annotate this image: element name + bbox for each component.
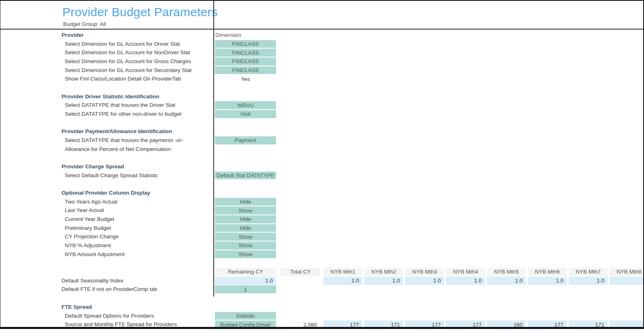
seasonality-mth6-cell[interactable]: 1.0 (528, 277, 567, 285)
param-label: CY Projection Change (65, 232, 119, 241)
fte-mth1-cell[interactable]: 177 (323, 320, 362, 329)
fte-mth2-cell[interactable]: 171 (364, 320, 403, 329)
param-row-fte-source: Source and Monthly FTE Spread for Provid… (0, 320, 643, 329)
param-label: Two Years Ago Actual (65, 197, 117, 206)
column-header-nyb-mth1: NYB Mth1 (323, 268, 362, 276)
column-header-nyb-mth8: NYB Mth8 (610, 268, 644, 276)
param-label: Default Seasonality Index (62, 276, 123, 285)
gross-charges-dimension-cell[interactable]: FINCLASS (215, 57, 276, 66)
header-divider-line (0, 29, 643, 30)
driver-stat-datatype-cell[interactable]: WRVU (215, 101, 276, 109)
param-label: Last Year Actual (65, 206, 104, 215)
preliminary-budget-cell[interactable]: Hide (215, 224, 276, 232)
spacer-row (0, 83, 643, 92)
fte-mth8-cell[interactable] (610, 320, 644, 329)
param-row-current-year-budget: Current Year Budget Hide (0, 215, 643, 224)
param-row-nondriver-stat-dimension: Select Dimension for GL Account for NonD… (0, 48, 643, 57)
last-year-actual-cell[interactable]: Show (215, 206, 276, 214)
section-header-row-fte-spread: FTE Spread (0, 303, 643, 312)
nondriver-datatype-cell[interactable]: Visit (215, 110, 276, 118)
fte-source-cell[interactable]: Budget Config Driver (215, 320, 276, 329)
column-header-remaining-cy: Remaining CY (215, 268, 276, 276)
spacer-row (0, 119, 643, 127)
param-label: Default Spread Options for Providers (65, 312, 154, 320)
default-fte-cell[interactable]: 1 (215, 285, 276, 293)
param-row-nondriver-datatype: Select DATATYPE for other non-driver to … (0, 110, 643, 119)
show-finl-class-detail-cell[interactable]: Yes (215, 75, 276, 83)
column-header-nyb-mth2: NYB Mth2 (364, 268, 403, 276)
section-header-driver-stat: Provider Driver Statistic Identification (62, 92, 159, 101)
parameter-rows: Provider Dimension Select Dimension for … (0, 31, 643, 329)
param-label: Allowance for Percent of Net Compensatio… (65, 145, 171, 154)
param-label: Default FTE if not on ProviderComp tab (62, 285, 157, 294)
fte-mth7-cell[interactable]: 171 (569, 320, 608, 329)
current-year-budget-cell[interactable]: Hide (215, 215, 276, 223)
secondary-stat-dimension-cell[interactable]: FINCLASS (215, 66, 276, 74)
column-header-nyb-mth4: NYB Mth4 (446, 268, 485, 276)
param-row-charge-spread-statistic: Select Default Charge Spread Statistic D… (0, 171, 643, 180)
param-label: Preliminary Budget (65, 224, 111, 233)
spacer-row (0, 294, 643, 303)
param-row-show-finl-class-detail: Show Finl Class/Location Detail On Provi… (0, 74, 643, 83)
section-header-row-driver-stat: Provider Driver Statistic Identification (0, 92, 643, 101)
section-header-payment: Provider Payment/Allowance Identificatio… (62, 127, 172, 136)
param-label: NYB Amount Adjustment (65, 250, 125, 259)
seasonality-mth8-cell[interactable] (610, 277, 644, 285)
driver-stat-dimension-cell[interactable]: FINCLASS (215, 40, 276, 48)
param-row-spread-options: Default Spread Options for Providers Sta… (0, 312, 643, 320)
section-header-charge-spread: Provider Charge Spread (62, 162, 124, 171)
fte-total-cy-cell: 2,080 (281, 320, 320, 329)
seasonality-mth7-cell[interactable]: 1.0 (569, 277, 608, 285)
param-row-default-fte: Default FTE if not on ProviderComp tab 1 (0, 285, 643, 294)
column-header-nyb-mth6: NYB Mth6 (528, 268, 567, 276)
fte-mth3-cell[interactable]: 177 (405, 320, 444, 329)
param-label: NYB % Adjustment (65, 241, 111, 250)
param-label: Select Dimension for GL Account for NonD… (65, 48, 190, 57)
spacer-row (0, 180, 643, 189)
param-label: Source and Monthly FTE Spread for Provid… (65, 320, 177, 329)
section-header-row-charge-spread: Provider Charge Spread (0, 162, 643, 171)
section-header-column-display: Optional Provider Column Display (62, 189, 150, 197)
seasonality-mth4-cell[interactable]: 1.0 (446, 277, 485, 285)
nyb-pct-adjustment-cell[interactable]: Show (215, 242, 276, 250)
seasonality-mth5-cell[interactable]: 1.0 (487, 277, 526, 285)
provider-budget-parameters-sheet: Provider Budget Parameters Budget Group:… (0, 0, 644, 333)
fte-mth6-cell[interactable]: 177 (528, 320, 567, 329)
sheet-frame: Provider Budget Parameters Budget Group:… (0, 0, 644, 329)
section-header-fte-spread: FTE Spread (62, 303, 92, 312)
param-label: Select Dimension for GL Account for Seco… (65, 66, 191, 75)
payment-datatype-cell[interactable]: Payment (215, 136, 276, 144)
column-header-nyb-mth7: NYB Mth7 (569, 268, 608, 276)
section-header-row-payment: Provider Payment/Allowance Identificatio… (0, 127, 643, 136)
column-header-nyb-mth3: NYB Mth3 (405, 268, 444, 276)
param-label: Show Finl Class/Location Detail On Provi… (65, 74, 181, 83)
param-row-allowance-continuation: Allowance for Percent of Net Compensatio… (0, 145, 643, 154)
cy-projection-change-cell[interactable]: Show (215, 233, 276, 241)
seasonality-remaining-cy-cell[interactable]: 1.0 (215, 277, 276, 285)
seasonality-mth3-cell[interactable]: 1.0 (405, 277, 444, 285)
nyb-amount-adjustment-cell[interactable]: Show (215, 250, 276, 259)
param-row-payment-datatype: Select DATATYPE that houses the payments… (0, 136, 643, 145)
column-header-total-cy: Total CY (281, 268, 320, 276)
seasonality-mth2-cell[interactable]: 1.0 (364, 277, 403, 285)
seasonality-mth1-cell[interactable]: 1.0 (323, 277, 362, 285)
spread-options-cell[interactable]: Statistic (215, 312, 276, 320)
param-row-secondary-stat-dimension: Select Dimension for GL Account for Seco… (0, 66, 643, 75)
nondriver-stat-dimension-cell[interactable]: FINCLASS (215, 49, 276, 57)
charge-spread-statistic-cell[interactable]: Default Stat DATATYPE (215, 172, 276, 180)
fte-mth5-cell[interactable]: 160 (487, 320, 526, 329)
param-row-last-year-actual: Last Year Actual Show (0, 206, 643, 215)
two-years-ago-actual-cell[interactable]: Hide (215, 198, 276, 206)
param-label: Select DATATYPE for other non-driver to … (65, 110, 181, 119)
spacer-row (0, 259, 643, 267)
fte-mth4-cell[interactable]: 177 (446, 320, 485, 329)
budget-group-label: Budget Group: All (63, 21, 106, 27)
column-header-nyb-mth5: NYB Mth5 (487, 268, 526, 276)
param-row-two-years-ago-actual: Two Years Ago Actual Hide (0, 197, 643, 206)
spacer-row (0, 153, 643, 162)
param-label: Select DATATYPE that houses the Driver S… (65, 101, 175, 110)
monthly-table-header-row: Remaining CY Total CY NYB Mth1 NYB Mth2 … (0, 267, 643, 276)
param-label: Select DATATYPE that houses the payments… (65, 136, 183, 145)
page-title: Provider Budget Parameters (62, 5, 218, 19)
section-header-row-column-display: Optional Provider Column Display (0, 189, 643, 197)
